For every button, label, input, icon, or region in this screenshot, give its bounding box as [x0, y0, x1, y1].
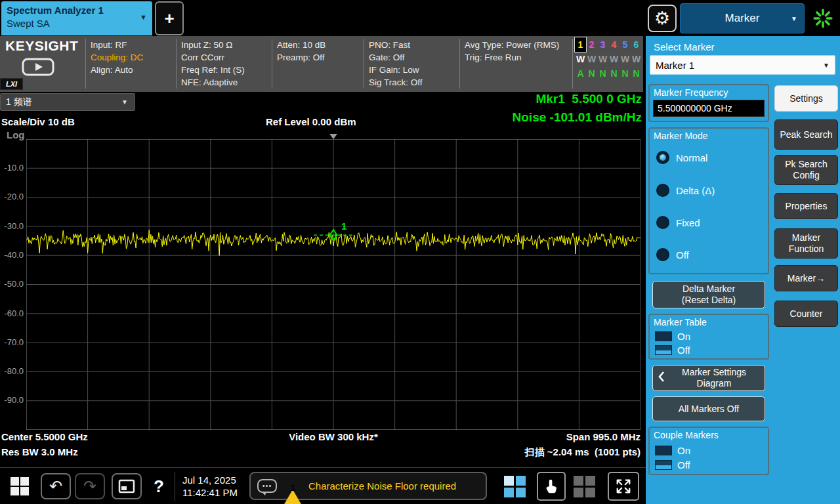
radio-icon [656, 184, 669, 197]
align-setting: Align: Auto [91, 64, 143, 76]
couple-markers-label: Couple Markers [650, 428, 768, 440]
toggle-off-icon [655, 460, 672, 470]
tab-label: Marker Function [778, 232, 835, 255]
marker-number-cell[interactable]: 3 [597, 37, 608, 52]
marker-frequency-group: Marker Frequency 5.500000000 GHz [648, 84, 769, 122]
screen-config-button[interactable] [808, 5, 838, 33]
bubble-dots: ••• [262, 482, 272, 490]
marker-frequency-label: Marker Frequency [650, 85, 768, 98]
keysight-logo: KEYSIGHT [5, 38, 78, 54]
chevron-down-icon: ▼ [791, 15, 797, 22]
marker-mode-fixed-radio[interactable]: Fixed [656, 216, 700, 229]
marker-readout-frequency: Mkr1 5.500 0 GHz [368, 92, 642, 106]
tab-properties[interactable]: Properties [774, 193, 838, 219]
help-button[interactable]: ? [147, 473, 171, 499]
marker-frequency-input[interactable]: 5.500000000 GHz [653, 100, 765, 117]
input-z-setting: Input Z: 50 Ω [181, 39, 245, 51]
tab-settings[interactable]: Settings [774, 85, 838, 112]
trace-selector-label: 1 频谱 [6, 96, 32, 108]
system-info-bar: KEYSIGHT LXI Input: RF Coupling: DC Alig… [0, 36, 643, 92]
marker-trace-cell: W [631, 52, 642, 66]
tab-pk-search-config[interactable]: Pk Search Config [774, 155, 838, 185]
radio-label: Fixed [676, 217, 700, 228]
question-icon: ? [154, 476, 164, 496]
date-text: Jul 14, 2025 [182, 474, 238, 486]
freq-ref-setting: Freq Ref: Int (S) [181, 64, 245, 76]
tab-label: Marker→ [788, 273, 826, 284]
marker-number-cell[interactable]: 6 [631, 37, 642, 52]
redo-icon: ↷ [83, 478, 96, 494]
marker-mode-delta-radio[interactable]: Delta (Δ) [656, 184, 715, 197]
couple-markers-on-option[interactable]: On [655, 445, 690, 456]
header-divider [459, 39, 460, 89]
header-divider [85, 39, 86, 89]
y-axis-label: -50.0 [0, 279, 24, 289]
system-settings-button[interactable]: ⚙ [648, 5, 677, 32]
select-marker-label: Select Marker [654, 41, 715, 52]
sweep-annotation: 扫描 ~2.04 ms (1001 pts) [394, 446, 640, 459]
toggle-on-label: On [677, 331, 690, 342]
center-freq-tick-icon [329, 134, 337, 139]
marker-number-cell[interactable]: 1 [575, 37, 586, 52]
tab-marker-function[interactable]: Marker Function [774, 228, 838, 259]
spectrum-analyzer-screen: Spectrum Analyzer 1 Swept SA ▼ + ⚙ Marke… [0, 0, 840, 504]
tab-marker-to[interactable]: Marker→ [774, 265, 838, 291]
mode-tab-title: Spectrum Analyzer 1 [7, 4, 147, 17]
toggle-off-icon [655, 345, 672, 355]
marker-mode-cell: N [586, 66, 597, 81]
expand-arrows-icon [615, 478, 632, 495]
input-setting: Input: RF [91, 39, 143, 51]
couple-markers-off-option[interactable]: Off [655, 459, 690, 471]
marker-mode-cell: N [597, 66, 608, 81]
marker-mode-cell: N [620, 66, 631, 81]
nfe-setting: NFE: Adaptive [181, 76, 245, 89]
redo-button[interactable]: ↷ [75, 473, 105, 499]
ref-level-label: Ref Level 0.00 dBm [266, 116, 356, 127]
pno-settings-column: PNO: Fast Gate: Off IF Gain: Low Sig Tra… [369, 39, 423, 89]
header-divider [272, 39, 272, 89]
tab-label: Pk Search Config [778, 159, 835, 181]
marker-mode-off-radio[interactable]: Off [656, 248, 689, 261]
marker-number-cell[interactable]: 4 [608, 37, 620, 52]
y-axis-label: -30.0 [0, 221, 24, 231]
window-layout-button[interactable] [504, 476, 526, 497]
header-divider [364, 39, 364, 89]
tab-peak-search[interactable]: Peak Search [774, 119, 838, 150]
trace-selector-dropdown[interactable]: 1 频谱 ▼ [0, 93, 135, 111]
y-axis-label: -70.0 [0, 337, 24, 347]
touch-mode-button[interactable] [537, 472, 566, 501]
marker-settings-diagram-button[interactable]: Marker Settings Diagram [652, 365, 765, 391]
instrument-mode-tab[interactable]: Spectrum Analyzer 1 Swept SA ▼ [1, 1, 152, 35]
marker-table-off-option[interactable]: Off [655, 345, 690, 356]
delta-marker-button[interactable]: Delta Marker (Reset Delta) [652, 281, 765, 308]
screen-capture-button[interactable] [112, 473, 142, 499]
header-divider [176, 39, 177, 89]
system-alert[interactable]: ••• 1 Characterize Noise Floor required [249, 472, 487, 500]
input-settings-column: Input: RF Coupling: DC Align: Auto [91, 39, 143, 76]
marker-mode-cell: N [631, 66, 642, 81]
amplitude-scale-label: Log [7, 129, 25, 140]
gate-setting: Gate: Off [369, 51, 423, 64]
touch-hand-icon [543, 478, 559, 494]
scale-div-label: Scale/Div 10 dB [1, 116, 75, 127]
y-axis-label: -80.0 [0, 366, 24, 376]
marker-number-cell[interactable]: 2 [586, 37, 597, 52]
toggle-on-icon [655, 331, 672, 341]
marker-table-on-option[interactable]: On [655, 331, 690, 342]
tab-counter[interactable]: Counter [774, 301, 838, 327]
radio-icon [656, 248, 669, 261]
y-axis-label: -40.0 [0, 250, 24, 260]
all-markers-off-button[interactable]: All Markers Off [652, 396, 765, 421]
avg-type-setting: Avg Type: Power (RMS) [465, 39, 559, 51]
marker-table-group: Marker Table On Off [648, 314, 769, 360]
menu-panel-dropdown[interactable]: Marker ▼ [680, 3, 805, 33]
marker-select-dropdown[interactable]: Marker 1 ▼ [650, 55, 835, 75]
fullscreen-button[interactable] [608, 472, 639, 501]
window-select-button[interactable] [574, 476, 595, 497]
undo-button[interactable]: ↶ [41, 473, 71, 499]
windows-start-button[interactable] [10, 477, 29, 495]
marker-mode-group: Marker Mode Normal Delta (Δ) Fixed Off [648, 127, 769, 274]
add-mode-button[interactable]: + [155, 1, 184, 35]
marker-mode-normal-radio[interactable]: Normal [656, 151, 707, 164]
marker-number-cell[interactable]: 5 [620, 37, 631, 52]
